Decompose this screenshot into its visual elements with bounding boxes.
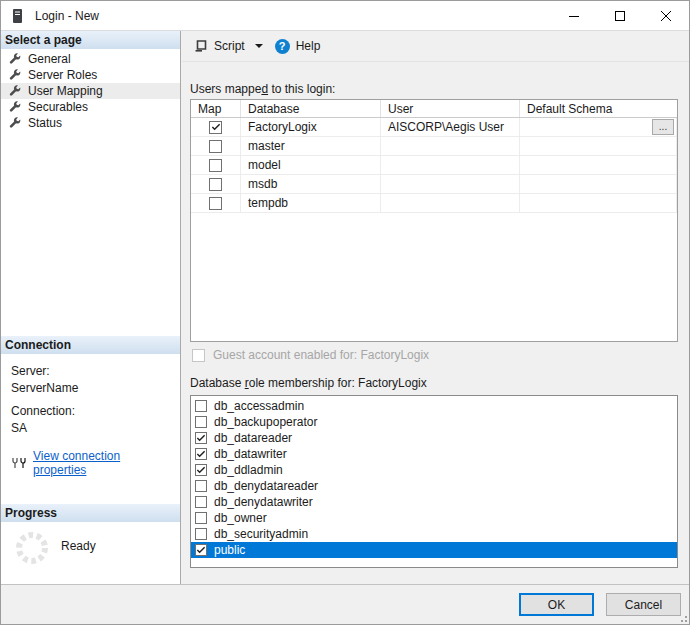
map-cell xyxy=(191,137,241,155)
cancel-button[interactable]: Cancel xyxy=(606,593,681,616)
role-checkbox[interactable] xyxy=(195,400,207,412)
map-checkbox[interactable] xyxy=(209,197,222,210)
help-label: Help xyxy=(296,39,321,53)
table-row[interactable]: tempdb xyxy=(191,194,677,213)
role-checkbox[interactable] xyxy=(195,464,207,476)
map-checkbox[interactable] xyxy=(209,159,222,172)
role-checkbox[interactable] xyxy=(195,416,207,428)
maximize-button[interactable] xyxy=(597,1,643,30)
role-checkbox[interactable] xyxy=(195,512,207,524)
database-cell: master xyxy=(241,137,381,155)
column-header-map: Map xyxy=(191,100,241,117)
role-checkbox[interactable] xyxy=(195,448,207,460)
default-schema-cell xyxy=(520,156,677,174)
script-dropdown-arrow-icon[interactable] xyxy=(255,44,263,52)
role-item-db-backupoperator[interactable]: db_backupoperator xyxy=(191,414,677,430)
guest-account-checkbox xyxy=(192,349,205,362)
script-icon xyxy=(194,39,208,53)
column-header-user: User xyxy=(381,100,520,117)
role-checkbox[interactable] xyxy=(195,432,207,444)
sidebar: Select a page GeneralServer RolesUser Ma… xyxy=(1,31,181,586)
table-body: FactoryLogixAISCORP\Aegis User...masterm… xyxy=(191,118,677,213)
role-membership-label-pre: Database xyxy=(190,376,245,390)
table-row[interactable]: FactoryLogixAISCORP\Aegis User... xyxy=(191,118,677,137)
guest-account-row: Guest account enabled for: FactoryLogix xyxy=(192,348,429,362)
role-checkbox[interactable] xyxy=(195,544,207,556)
sidebar-item-label: Server Roles xyxy=(28,68,97,82)
wrench-icon xyxy=(9,117,21,129)
page-list: GeneralServer RolesUser MappingSecurable… xyxy=(1,49,180,336)
role-label: db_datareader xyxy=(214,431,292,445)
login-new-dialog: Login - New Select a page GeneralServer … xyxy=(0,0,690,625)
connection-properties-icon xyxy=(11,457,27,470)
connection-value: SA xyxy=(11,421,172,435)
guest-account-label: Guest account enabled for: FactoryLogix xyxy=(213,348,429,362)
sidebar-item-status[interactable]: Status xyxy=(1,115,180,131)
map-checkbox[interactable] xyxy=(209,140,222,153)
script-button[interactable]: Script xyxy=(189,36,270,56)
progress-status: Ready xyxy=(61,539,96,553)
sidebar-item-user-mapping[interactable]: User Mapping xyxy=(1,83,180,99)
table-row[interactable]: model xyxy=(191,156,677,175)
default-schema-browse-button[interactable]: ... xyxy=(652,119,674,135)
role-item-db-denydatawriter[interactable]: db_denydatawriter xyxy=(191,494,677,510)
role-item-public[interactable]: public xyxy=(191,542,677,558)
users-mapped-label-post: to this login: xyxy=(268,82,335,96)
role-label: db_owner xyxy=(214,511,267,525)
sidebar-item-securables[interactable]: Securables xyxy=(1,99,180,115)
role-label: db_ddladmin xyxy=(214,463,283,477)
database-cell: msdb xyxy=(241,175,381,193)
help-button[interactable]: ? Help xyxy=(270,36,326,57)
role-item-db-datawriter[interactable]: db_datawriter xyxy=(191,446,677,462)
database-cell: FactoryLogix xyxy=(241,118,381,136)
role-item-db-owner[interactable]: db_owner xyxy=(191,510,677,526)
map-checkbox[interactable] xyxy=(209,178,222,191)
role-label: db_datawriter xyxy=(214,447,287,461)
progress-spinner-icon xyxy=(14,530,50,566)
view-connection-properties-link[interactable]: View connection properties xyxy=(33,449,172,477)
map-cell xyxy=(191,156,241,174)
sidebar-item-general[interactable]: General xyxy=(1,51,180,67)
user-cell xyxy=(381,137,520,155)
server-value: ServerName xyxy=(11,381,172,395)
table-row[interactable]: master xyxy=(191,137,677,156)
sidebar-item-label: User Mapping xyxy=(28,84,103,98)
help-icon: ? xyxy=(275,39,290,54)
role-item-db-ddladmin[interactable]: db_ddladmin xyxy=(191,462,677,478)
role-checkbox[interactable] xyxy=(195,528,207,540)
role-label: db_accessadmin xyxy=(214,399,304,413)
default-schema-cell xyxy=(520,194,677,212)
table-row[interactable]: msdb xyxy=(191,175,677,194)
role-item-db-datareader[interactable]: db_datareader xyxy=(191,430,677,446)
table-header-row: MapDatabaseUserDefault Schema xyxy=(191,100,677,118)
resize-grip[interactable] xyxy=(678,613,687,622)
ok-button[interactable]: OK xyxy=(519,593,594,616)
role-item-db-accessadmin[interactable]: db_accessadmin xyxy=(191,398,677,414)
users-mapped-table: MapDatabaseUserDefault Schema FactoryLog… xyxy=(190,99,678,342)
database-cell: model xyxy=(241,156,381,174)
titlebar[interactable]: Login - New xyxy=(1,1,689,31)
window-controls xyxy=(551,1,689,30)
role-checkbox[interactable] xyxy=(195,496,207,508)
sidebar-item-label: General xyxy=(28,52,71,66)
wrench-icon xyxy=(9,101,21,113)
wrench-icon xyxy=(9,85,21,97)
user-cell xyxy=(381,194,520,212)
sidebar-item-label: Status xyxy=(28,116,62,130)
map-checkbox[interactable] xyxy=(209,121,222,134)
toolbar: Script ? Help xyxy=(182,31,689,62)
close-button[interactable] xyxy=(643,1,689,30)
default-schema-cell xyxy=(520,137,677,155)
wrench-icon xyxy=(9,53,21,65)
role-checkbox[interactable] xyxy=(195,480,207,492)
connection-header: Connection xyxy=(1,336,180,354)
role-label: db_denydatareader xyxy=(214,479,318,493)
role-item-db-securityadmin[interactable]: db_securityadmin xyxy=(191,526,677,542)
role-item-db-denydatareader[interactable]: db_denydatareader xyxy=(191,478,677,494)
window-title: Login - New xyxy=(35,9,99,23)
minimize-button[interactable] xyxy=(551,1,597,30)
user-cell xyxy=(381,156,520,174)
script-label: Script xyxy=(214,39,245,53)
role-membership-label-post: ole membership for: FactoryLogix xyxy=(249,376,427,390)
sidebar-item-server-roles[interactable]: Server Roles xyxy=(1,67,180,83)
